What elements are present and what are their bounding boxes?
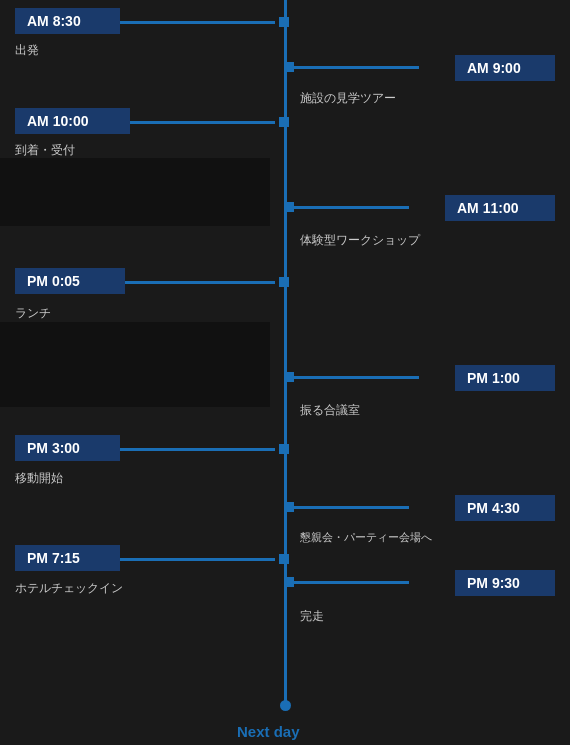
- dot-am1000: [279, 117, 289, 127]
- dot-am1100: [284, 202, 294, 212]
- dot-am830: [279, 17, 289, 27]
- dot-am900: [284, 62, 294, 72]
- desc-pm930: 完走: [300, 608, 324, 625]
- connector-am830: [120, 21, 275, 24]
- next-day-label: Next day: [237, 723, 300, 740]
- desc-am830: 出発: [15, 42, 39, 59]
- dot-pm100: [284, 372, 294, 382]
- connector-pm715: [120, 558, 275, 561]
- connector-pm100: [294, 376, 419, 379]
- desc-am1000: 到着・受付: [15, 142, 75, 159]
- desc-pm100: 振る合議室: [300, 402, 360, 419]
- time-box-am1100: AM 11:00: [445, 195, 555, 221]
- time-box-am830: AM 8:30: [15, 8, 120, 34]
- desc-pm430: 懇親会・パーティー会場へ: [300, 530, 432, 545]
- center-line: [284, 0, 287, 710]
- time-box-pm100: PM 1:00: [455, 365, 555, 391]
- time-box-pm430: PM 4:30: [455, 495, 555, 521]
- dot-pm430: [284, 502, 294, 512]
- connector-pm005: [125, 281, 275, 284]
- desc-am1100: 体験型ワークショップ: [300, 232, 420, 249]
- time-box-am900: AM 9:00: [455, 55, 555, 81]
- connector-pm930: [294, 581, 409, 584]
- dot-pm005: [279, 277, 289, 287]
- desc-pm715: ホテルチェックイン: [15, 580, 123, 597]
- desc-am900: 施設の見学ツアー: [300, 90, 396, 107]
- time-box-am1000: AM 10:00: [15, 108, 130, 134]
- time-box-pm300: PM 3:00: [15, 435, 120, 461]
- connector-pm430: [294, 506, 409, 509]
- dark-block-am1000: [0, 158, 270, 226]
- dot-pm930: [284, 577, 294, 587]
- dark-block-pm005: [0, 322, 270, 407]
- center-line-dot: [280, 700, 291, 711]
- time-box-pm930: PM 9:30: [455, 570, 555, 596]
- time-box-pm715: PM 7:15: [15, 545, 120, 571]
- connector-am1000: [130, 121, 275, 124]
- timeline-container: AM 8:30 出発 AM 10:00 到着・受付 PM 0:05 ランチ PM…: [0, 0, 570, 745]
- dot-pm715: [279, 554, 289, 564]
- connector-am900: [294, 66, 419, 69]
- desc-pm300: 移動開始: [15, 470, 63, 487]
- connector-am1100: [294, 206, 409, 209]
- connector-pm300: [120, 448, 275, 451]
- desc-pm005: ランチ: [15, 305, 51, 322]
- dot-pm300: [279, 444, 289, 454]
- time-box-pm005: PM 0:05: [15, 268, 125, 294]
